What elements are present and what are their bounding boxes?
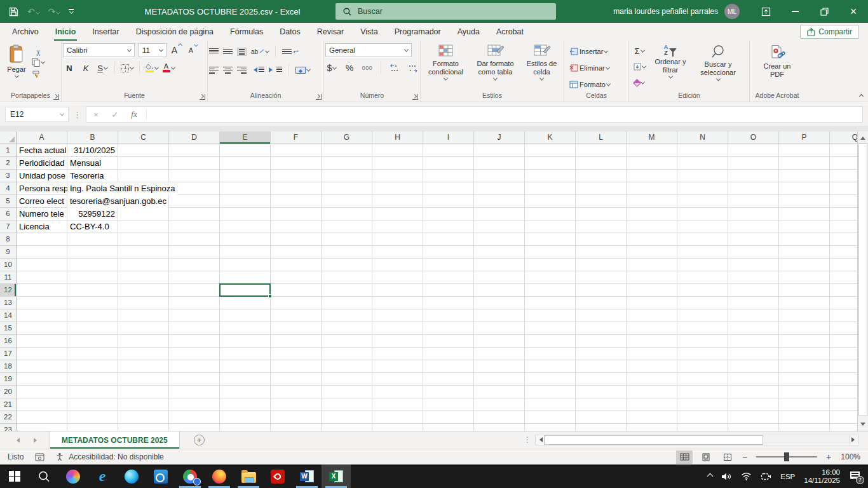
- align-center-icon[interactable]: [223, 66, 233, 74]
- orientation-icon[interactable]: ab: [251, 45, 269, 58]
- scroll-left-icon[interactable]: [535, 435, 545, 445]
- restore-button[interactable]: [810, 0, 839, 23]
- customize-qat-icon[interactable]: [69, 9, 74, 13]
- selected-cell[interactable]: [219, 283, 271, 297]
- percent-icon[interactable]: %: [343, 62, 356, 74]
- cell-B4[interactable]: Ing. Paola Santill n Espinoza: [67, 182, 177, 195]
- italic-button[interactable]: K: [79, 62, 92, 74]
- close-button[interactable]: ×: [839, 0, 868, 23]
- font-dialog-launcher[interactable]: [200, 94, 205, 100]
- redo-icon[interactable]: ↷: [48, 6, 60, 17]
- column-header-B[interactable]: B: [67, 132, 118, 144]
- column-header-F[interactable]: F: [271, 132, 322, 144]
- normal-view-icon[interactable]: [676, 451, 693, 464]
- cancel-icon[interactable]: ×: [86, 110, 105, 119]
- undo-icon[interactable]: ↶: [27, 6, 39, 17]
- tab-insertar[interactable]: Insertar: [84, 23, 127, 41]
- cell-B2[interactable]: Mensual: [67, 157, 118, 170]
- excel-button[interactable]: X: [322, 464, 351, 488]
- tab-revisar[interactable]: Revisar: [309, 23, 352, 41]
- column-header-C[interactable]: C: [118, 132, 169, 144]
- cell-A2[interactable]: Periodicidad: [17, 157, 67, 170]
- find-select-button[interactable]: Buscar y seleccionar: [691, 43, 745, 81]
- tab-archivo[interactable]: Archivo: [4, 23, 47, 41]
- column-header-L[interactable]: L: [576, 132, 627, 144]
- outlook-button[interactable]: [146, 464, 175, 488]
- taskbar-search-button[interactable]: [29, 464, 58, 488]
- borders-icon[interactable]: [121, 62, 133, 74]
- zoom-slider-thumb[interactable]: [784, 452, 789, 461]
- language-indicator[interactable]: ESP: [780, 473, 795, 480]
- internet-explorer-button[interactable]: e: [88, 464, 117, 488]
- format-painter-icon[interactable]: [32, 70, 44, 78]
- start-button[interactable]: [0, 464, 29, 488]
- cell-A7[interactable]: Licencia: [17, 220, 67, 233]
- page-break-view-icon[interactable]: [719, 451, 736, 464]
- cell-A4[interactable]: Persona resp: [17, 182, 67, 195]
- cell-B3[interactable]: Tesoreria: [67, 170, 118, 182]
- horizontal-scrollbar[interactable]: ⋮: [524, 431, 868, 448]
- cell-B5[interactable]: tesoreria@sanjuan.gob.ec: [67, 195, 168, 208]
- underline-button[interactable]: S: [96, 62, 109, 74]
- cut-icon[interactable]: ✂: [34, 44, 43, 57]
- clipboard-dialog-launcher[interactable]: [53, 94, 59, 100]
- number-dialog-launcher[interactable]: [412, 94, 418, 100]
- bold-button[interactable]: N: [63, 62, 76, 74]
- zoom-slider[interactable]: [756, 456, 817, 458]
- cell-A1[interactable]: Fecha actual: [17, 144, 67, 157]
- increase-decimal-icon[interactable]: [388, 62, 401, 74]
- autosum-icon[interactable]: Σ: [633, 44, 646, 57]
- save-icon[interactable]: [9, 7, 18, 17]
- collapse-ribbon-icon[interactable]: [859, 94, 864, 98]
- column-header-K[interactable]: K: [525, 132, 576, 144]
- decrease-font-icon[interactable]: A: [187, 44, 200, 57]
- word-button[interactable]: W: [292, 464, 322, 488]
- align-left-icon[interactable]: [209, 66, 219, 74]
- currency-icon[interactable]: $: [325, 62, 338, 74]
- conditional-formatting-button[interactable]: Formato condicional: [423, 43, 469, 81]
- tab-datos[interactable]: Datos: [271, 23, 309, 41]
- align-top-icon[interactable]: [209, 48, 219, 56]
- copilot-button[interactable]: [58, 464, 88, 488]
- copy-icon[interactable]: [32, 58, 44, 67]
- create-pdf-button[interactable]: Crear un PDF: [758, 43, 796, 79]
- column-header-E[interactable]: E: [220, 132, 271, 144]
- tab-programador[interactable]: Programador: [386, 23, 449, 41]
- align-middle-icon[interactable]: [223, 48, 233, 56]
- font-size-select[interactable]: 11: [139, 43, 166, 57]
- comma-style-icon[interactable]: 000: [361, 62, 374, 74]
- tab-inicio[interactable]: Inicio: [47, 23, 85, 41]
- accessibility-status[interactable]: Accesibilidad: No disponible: [69, 452, 163, 461]
- zoom-out-icon[interactable]: −: [741, 452, 749, 462]
- format-cells-button[interactable]: Formato: [569, 78, 627, 91]
- user-name[interactable]: maria lourdes peñafiel parrales: [613, 7, 718, 16]
- meet-now-icon[interactable]: [761, 472, 771, 481]
- vertical-scroll-thumb[interactable]: [858, 143, 867, 416]
- clear-icon[interactable]: [633, 76, 646, 89]
- fill-color-icon[interactable]: [146, 62, 158, 74]
- column-header-O[interactable]: O: [728, 132, 779, 144]
- cell-B7[interactable]: CC-BY-4.0: [67, 220, 118, 233]
- tab-f-rmulas[interactable]: Fórmulas: [222, 23, 271, 41]
- tab-split-handle[interactable]: ⋮: [524, 435, 531, 444]
- column-header-J[interactable]: J: [474, 132, 525, 144]
- column-header-M[interactable]: M: [627, 132, 677, 144]
- scroll-right-icon[interactable]: [850, 435, 859, 445]
- decrease-indent-icon[interactable]: [251, 64, 264, 76]
- enter-icon[interactable]: ✓: [105, 110, 125, 119]
- acrobat-button[interactable]: [263, 464, 292, 488]
- insert-cells-button[interactable]: Insertar: [569, 45, 627, 58]
- chrome-button[interactable]: [175, 464, 205, 488]
- scroll-up-icon[interactable]: [858, 132, 868, 142]
- edge-button[interactable]: [117, 464, 146, 488]
- cell-A6[interactable]: Numero tele: [17, 208, 67, 220]
- cell-styles-button[interactable]: Estilos de celda: [522, 43, 562, 81]
- font-name-select[interactable]: Calibri: [63, 43, 135, 57]
- wifi-icon[interactable]: [741, 472, 752, 480]
- volume-icon[interactable]: [721, 472, 732, 481]
- tab-acrobat[interactable]: Acrobat: [488, 23, 532, 41]
- avatar[interactable]: ML: [724, 4, 740, 19]
- insert-function-icon[interactable]: fx: [125, 109, 144, 119]
- column-header-P[interactable]: P: [779, 132, 830, 144]
- column-header-D[interactable]: D: [169, 132, 220, 144]
